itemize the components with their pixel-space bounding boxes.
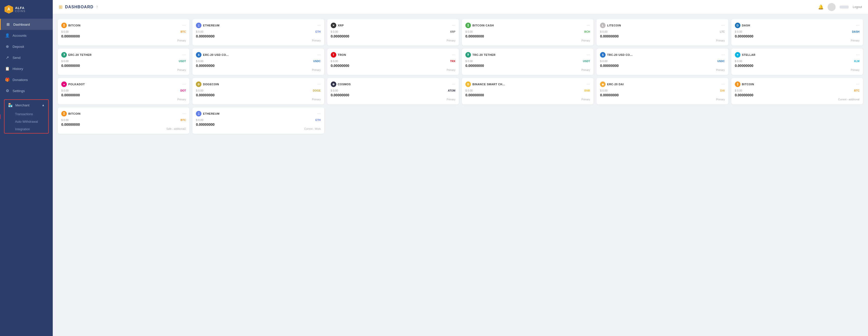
coin-menu-icon[interactable]: ⋯	[586, 23, 590, 27]
coin-ticker: LTC	[720, 30, 725, 33]
coin-name: BITCOIN	[742, 83, 754, 86]
coin-menu-icon[interactable]: ⋯	[452, 23, 455, 27]
coin-wallet-label: Primary	[465, 39, 590, 42]
sidebar-item-dashboard[interactable]: ⊞ Dashboard	[0, 19, 53, 30]
coin-menu-icon[interactable]: ⋯	[182, 112, 186, 116]
coin-icon: ◈	[600, 82, 606, 87]
coin-name: ETHEREUM	[203, 24, 219, 27]
coin-card: D DASH ⋯ $ 0.00 DASH 0.00000000 Primary	[732, 19, 863, 46]
coin-amount: 0.00000000	[600, 93, 724, 97]
sidebar-item-send[interactable]: ↗ Send	[0, 52, 53, 63]
coin-wallet-label: Current - additional	[735, 98, 860, 101]
coin-name: XRP	[338, 24, 344, 27]
merchant-header[interactable]: 🏪 Merchant ▲	[4, 100, 48, 110]
coin-name: BINANCE SMART CH...	[472, 83, 505, 86]
coin-usd-value: $ 0.00	[196, 60, 203, 63]
coin-menu-icon[interactable]: ⋯	[452, 82, 455, 86]
header-button[interactable]	[840, 5, 849, 8]
coin-usd-value: $ 0.00	[331, 30, 338, 33]
coin-menu-icon[interactable]: ⋯	[586, 53, 590, 57]
coin-ticker: ATOM	[448, 89, 455, 92]
coin-ticker: ETH	[315, 30, 321, 33]
coin-menu-icon[interactable]: ⋯	[317, 23, 321, 27]
sidebar-label-deposit: Deposit	[12, 45, 24, 49]
coin-amount: 0.00000000	[600, 64, 724, 68]
sidebar-item-history[interactable]: 📋 History	[0, 63, 53, 74]
coin-ticker: DASH	[852, 30, 860, 33]
coin-name: LITECOIN	[607, 24, 621, 27]
coin-card: B BINANCE SMART CH... ⋯ $ 0.00 BNB 0.000…	[462, 78, 593, 104]
coin-ticker: XLM	[854, 60, 860, 63]
coin-menu-icon[interactable]: ⋯	[721, 82, 725, 86]
notification-bell-icon[interactable]: 🔔	[818, 4, 824, 10]
coins-grid: ₿ BITCOIN ⋯ $ 0.00 BTC 0.00000000 Primar…	[58, 19, 863, 134]
coin-amount: 0.00000000	[196, 122, 320, 127]
coin-icon: ✦	[735, 52, 740, 58]
coin-card: Ξ ETHEREUM ⋯ $ 0.00 ETH 0.00000000 Prima…	[192, 19, 324, 46]
coin-wallet-label: Primary	[196, 98, 320, 101]
coin-icon: ⊕	[331, 82, 336, 87]
coin-icon: $	[196, 52, 202, 58]
coin-card: ✦ STELLAR ⋯ $ 0.00 XLM 0.00000000 Primar…	[732, 49, 863, 75]
coin-menu-icon[interactable]: ⋯	[317, 53, 321, 57]
red-arrow-indicator: ◀	[0, 113, 0, 120]
coin-icon: ₿	[61, 111, 67, 116]
coin-ticker: USDC	[313, 60, 321, 63]
coin-menu-icon[interactable]: ⋯	[856, 23, 860, 27]
sidebar-item-accounts[interactable]: 👤 Accounts	[0, 30, 53, 41]
coin-wallet-label: Primary	[331, 69, 455, 72]
coin-menu-icon[interactable]: ⋯	[317, 82, 321, 86]
coin-amount: 0.00000000	[61, 34, 186, 38]
coin-icon: ●	[61, 82, 67, 87]
coin-menu-icon[interactable]: ⋯	[586, 82, 590, 86]
coin-name: BITCOIN	[68, 112, 81, 115]
coin-menu-icon[interactable]: ⋯	[721, 53, 725, 57]
coin-ticker: DOT	[180, 89, 186, 92]
coin-ticker: XRP	[450, 30, 455, 33]
coin-menu-icon[interactable]: ⋯	[721, 23, 725, 27]
coin-ticker: BTC	[181, 118, 186, 121]
coin-card: T TRON ⋯ $ 0.00 TRX 0.00000000 Primary	[327, 49, 459, 75]
avatar[interactable]	[828, 3, 836, 11]
coin-ticker: DAI	[720, 89, 725, 92]
coin-amount: 0.00000000	[735, 64, 860, 68]
coin-wallet-label: Primary	[735, 39, 860, 42]
coin-usd-value: $ 0.00	[61, 89, 68, 92]
coin-menu-icon[interactable]: ⋯	[856, 82, 860, 86]
coin-icon: T	[331, 52, 336, 58]
coin-usd-value: $ 0.00	[465, 30, 473, 33]
coin-menu-icon[interactable]: ⋯	[182, 53, 186, 57]
merchant-integration[interactable]: Integration	[4, 125, 48, 133]
coin-usd-value: $ 0.00	[735, 30, 742, 33]
coin-icon: Ł	[600, 23, 606, 28]
merchant-auto-withdrawal[interactable]: Auto Withdrawal	[4, 118, 48, 125]
sidebar-item-deposit[interactable]: ⊕ Deposit	[0, 41, 53, 52]
coin-menu-icon[interactable]: ⋯	[856, 53, 860, 57]
coin-menu-icon[interactable]: ⋯	[452, 53, 455, 57]
coin-amount: 0.00000000	[600, 34, 724, 38]
sidebar-label-history: History	[12, 67, 23, 71]
help-icon[interactable]: ?	[96, 5, 98, 9]
sidebar-label-accounts: Accounts	[12, 34, 27, 37]
coin-name: TRC-20 USD CO...	[607, 53, 633, 56]
coin-name: TRC-20 TETHER	[472, 53, 496, 56]
coin-menu-icon[interactable]: ⋯	[317, 112, 321, 116]
coin-card: ✕ XRP ⋯ $ 0.00 XRP 0.00000000 Primary	[327, 19, 459, 46]
merchant-chevron-icon: ▲	[42, 103, 45, 107]
coin-ticker: BNB	[584, 89, 590, 92]
coin-usd-value: $ 0.00	[465, 60, 473, 63]
sidebar-item-settings[interactable]: ⚙ Settings	[0, 85, 53, 96]
coin-wallet-label: Primary	[61, 98, 186, 101]
coin-usd-value: $ 0.00	[465, 89, 473, 92]
coin-menu-icon[interactable]: ⋯	[182, 82, 186, 86]
coin-wallet-label: Primary	[600, 39, 724, 42]
coin-menu-icon[interactable]: ⋯	[182, 23, 186, 27]
coin-usd-value: $ 0.00	[331, 60, 338, 63]
sidebar-item-donations[interactable]: 🎁 Donations	[0, 74, 53, 85]
merchant-transactions[interactable]: Transactions	[4, 110, 48, 118]
logo-sub: COINS	[15, 10, 26, 12]
logout-link[interactable]: Logout	[853, 5, 862, 9]
coin-ticker: BCH	[584, 30, 590, 33]
coin-wallet-label: Primary	[331, 39, 455, 42]
coin-name: DASH	[742, 24, 750, 27]
